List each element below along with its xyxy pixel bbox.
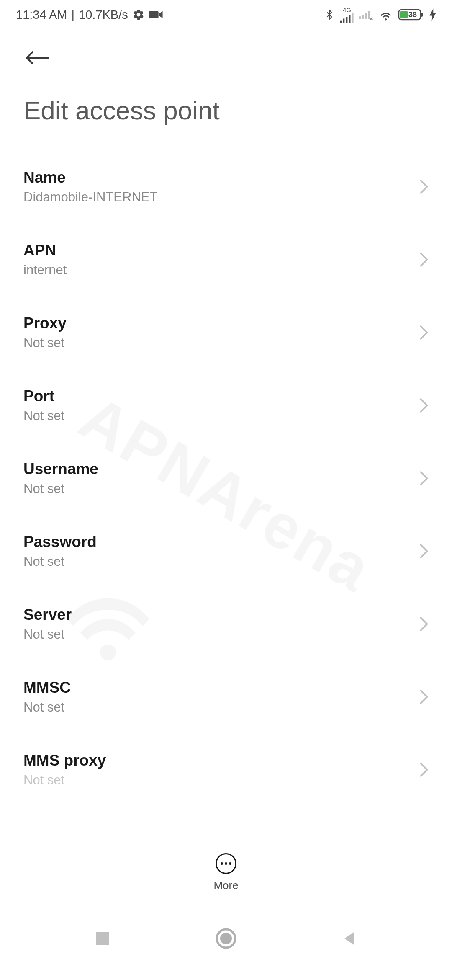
setting-label: Name [23, 169, 157, 186]
setting-name[interactable]: Name Didamobile-INTERNET [23, 150, 429, 223]
status-speed: 10.7KB/s [79, 8, 128, 22]
setting-label: Password [23, 533, 97, 551]
page-title: Edit access point [23, 95, 429, 125]
signal-no-sim-icon [359, 9, 373, 21]
navigation-bar [0, 913, 452, 980]
more-icon [216, 853, 236, 874]
status-left: 11:34 AM | 10.7KB/s [16, 8, 163, 22]
svg-rect-3 [346, 17, 347, 23]
page-header: Edit access point [0, 29, 452, 134]
nav-back-button[interactable] [341, 930, 358, 947]
setting-value: Not set [23, 627, 72, 642]
more-button[interactable]: More [0, 845, 452, 905]
setting-label: Server [23, 606, 72, 624]
chevron-right-icon [419, 544, 429, 559]
setting-label: Proxy [23, 315, 67, 332]
svg-rect-9 [368, 11, 370, 19]
setting-mmsc[interactable]: MMSC Not set [23, 660, 429, 733]
setting-value: Not set [23, 700, 71, 715]
setting-label: MMSC [23, 679, 71, 696]
svg-rect-4 [349, 15, 350, 22]
more-label: More [213, 879, 238, 892]
setting-server[interactable]: Server Not set [23, 588, 429, 660]
chevron-right-icon [419, 616, 429, 632]
setting-proxy[interactable]: Proxy Not set [23, 296, 429, 369]
nav-recents-button[interactable] [94, 930, 111, 947]
svg-point-15 [220, 933, 232, 944]
chevron-right-icon [419, 471, 429, 486]
bluetooth-icon [324, 8, 335, 21]
svg-rect-11 [421, 13, 423, 17]
setting-port[interactable]: Port Not set [23, 369, 429, 442]
setting-apn[interactable]: APN internet [23, 223, 429, 296]
charging-icon [429, 8, 436, 21]
setting-value: Not set [23, 554, 97, 569]
back-button[interactable] [23, 49, 52, 66]
settings-list: Name Didamobile-INTERNET APN internet Pr… [0, 134, 452, 788]
svg-rect-5 [352, 13, 353, 23]
svg-rect-13 [96, 932, 109, 945]
setting-label: MMS proxy [23, 752, 106, 769]
svg-rect-7 [362, 15, 364, 19]
svg-rect-0 [149, 11, 159, 18]
setting-username[interactable]: Username Not set [23, 442, 429, 515]
chevron-right-icon [419, 398, 429, 413]
svg-rect-6 [359, 16, 361, 19]
battery-icon: 38 [398, 8, 424, 21]
svg-rect-2 [343, 18, 344, 23]
setting-value: Didamobile-INTERNET [23, 190, 157, 205]
setting-value: internet [23, 263, 67, 278]
svg-rect-8 [365, 13, 367, 19]
status-right: 4G 38 [324, 7, 436, 23]
setting-label: Port [23, 387, 64, 405]
camera-icon [149, 10, 163, 20]
signal-4g-icon: 4G [340, 7, 354, 23]
chevron-right-icon [419, 689, 429, 704]
setting-value: Not set [23, 335, 67, 351]
setting-value: Not set [23, 408, 64, 423]
chevron-right-icon [419, 179, 429, 194]
svg-rect-1 [340, 20, 342, 23]
setting-value: Not set [23, 481, 98, 496]
status-bar: 11:34 AM | 10.7KB/s 4G 38 [0, 0, 452, 29]
chevron-right-icon [419, 762, 429, 777]
gear-icon [132, 8, 145, 21]
nav-home-button[interactable] [215, 928, 237, 949]
svg-rect-12 [400, 11, 408, 18]
setting-password[interactable]: Password Not set [23, 515, 429, 588]
setting-label: Username [23, 460, 98, 478]
status-time: 11:34 AM [16, 8, 67, 22]
setting-value: Not set [23, 773, 106, 788]
chevron-right-icon [419, 325, 429, 340]
wifi-icon [378, 9, 393, 21]
setting-label: APN [23, 242, 67, 259]
chevron-right-icon [419, 252, 429, 267]
setting-mms-proxy[interactable]: MMS proxy Not set [23, 733, 429, 788]
